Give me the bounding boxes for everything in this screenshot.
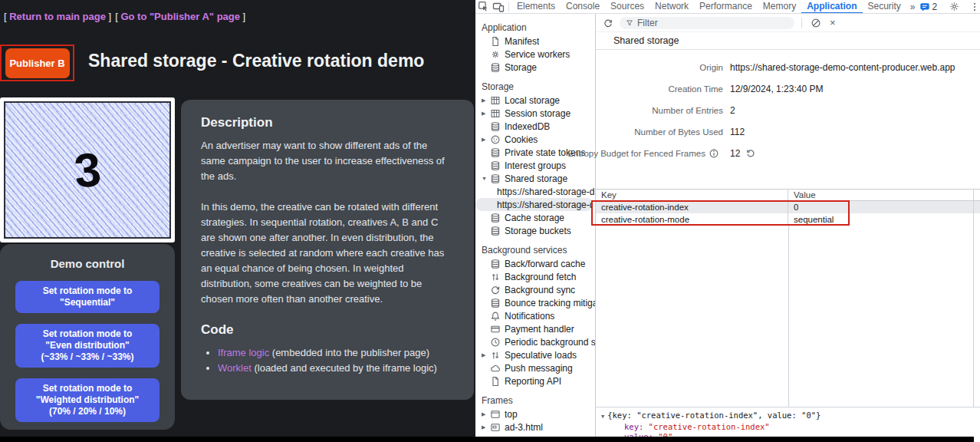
preview-property: key: "creative-rotation-index"	[601, 422, 980, 432]
metadata-value-text: 12	[730, 148, 740, 159]
expand-toggle-icon[interactable]: ▼	[601, 414, 604, 420]
sidebar-item-service-workers[interactable]: Service workers	[475, 48, 595, 61]
sidebar-item-top[interactable]: ▶top	[475, 407, 595, 421]
sidebar-item-speculative-loads[interactable]: ▶Speculative loads	[475, 348, 595, 361]
nav-item: [ Go to "Publisher A" page ]	[115, 11, 245, 22]
sidebar-item-label: Payment handler	[505, 324, 574, 335]
sidebar-item-periodic-background-s[interactable]: Periodic background s...	[475, 335, 595, 348]
sidebar-item-interest-groups[interactable]: Interest groups	[475, 159, 595, 172]
code-link-iframe-logic[interactable]: Iframe logic	[218, 347, 269, 358]
chevron-right-icon[interactable]: ▶	[482, 424, 490, 430]
sidebar-item-https-shared-storage-d[interactable]: https://shared-storage-d...	[475, 198, 593, 211]
sidebar-section-frames: Frames▶top▶ad-3.html	[475, 394, 595, 434]
sidebar-item-background-sync[interactable]: Background sync	[475, 283, 595, 296]
metadata-value: 112	[730, 127, 745, 137]
nav-link-go-to-publisher-a-page[interactable]: Go to "Publisher A" page	[120, 11, 240, 22]
cell-key: creative-rotation-index	[596, 201, 788, 213]
description-heading: Description	[201, 115, 454, 130]
publisher-b-button[interactable]: Publisher B	[5, 48, 70, 78]
table-row[interactable]: creative-rotation-index0	[596, 201, 980, 213]
bottom-black-bar	[0, 437, 974, 442]
sidebar-item-label: Back/forward cache	[505, 259, 585, 269]
screen: [ Return to main page ][ Go to "Publishe…	[0, 0, 980, 442]
table-icon	[490, 95, 501, 106]
demo-button-even-distribution[interactable]: Set rotation mode to"Even distribution"(…	[15, 324, 159, 368]
chevron-right-icon[interactable]: ▶	[482, 97, 490, 104]
sidebar-item-background-fetch[interactable]: Background fetch	[475, 270, 595, 283]
inspect-element-icon[interactable]	[475, 0, 491, 14]
sidebar-item-label: Interest groups	[505, 160, 566, 171]
bracket: ]	[240, 11, 245, 22]
info-icon	[709, 148, 719, 159]
funnel-icon	[626, 19, 633, 27]
tab-console[interactable]: Console	[561, 0, 605, 14]
kebab-menu-icon[interactable]	[967, 0, 980, 14]
sidebar-item-manifest[interactable]: Manifest	[475, 35, 595, 48]
reset-budget-icon[interactable]	[745, 148, 756, 159]
settings-gear-icon[interactable]	[946, 0, 962, 14]
sidebar-item-indexeddb[interactable]: IndexedDB	[475, 120, 595, 133]
description-paragraph: In this demo, the creative can be rotate…	[201, 200, 454, 307]
sidebar-item-ad-3-html[interactable]: ▶ad-3.html	[475, 421, 595, 434]
chevron-right-icon[interactable]: ▶	[482, 137, 490, 143]
sidebar-item-cache-storage[interactable]: Cache storage	[475, 211, 595, 224]
sidebar-section-application: ApplicationManifestService workersStorag…	[475, 21, 595, 74]
chevron-right-icon[interactable]: ▶	[482, 352, 490, 358]
sidebar-item-shared-storage[interactable]: ▼Shared storage	[475, 172, 595, 185]
panel-toolbar: Filter ×	[596, 14, 980, 32]
sidebar-item-https-shared-storage-d[interactable]: https://shared-storage-d...	[475, 185, 595, 198]
button-line: Set rotation mode to	[17, 383, 158, 394]
tab-network[interactable]: Network	[649, 0, 694, 14]
sidebar-item-payment-handler[interactable]: Payment handler	[475, 322, 595, 335]
tab-security[interactable]: Security	[863, 0, 906, 14]
more-tabs-button[interactable]: »	[906, 2, 919, 12]
devtools-main-panel: Filter × Shared storage Originhttps://sh…	[596, 14, 980, 442]
preview-summary-row: ▼{key: "creative-rotation-index", value:…	[601, 411, 980, 422]
sidebar-item-label: https://shared-storage-d...	[497, 200, 593, 210]
tab-sources[interactable]: Sources	[605, 0, 649, 14]
sidebar-item-local-storage[interactable]: ▶Local storage	[475, 94, 595, 107]
device-toolbar-icon[interactable]	[491, 0, 506, 14]
chevron-right-icon[interactable]: ▶	[482, 110, 490, 117]
sidebar-item-bounce-tracking-mitiga[interactable]: Bounce tracking mitiga...	[475, 296, 595, 309]
sidebar-item-label: Manifest	[505, 36, 539, 47]
button-line: "Weighted distribution"	[17, 394, 158, 406]
tab-memory[interactable]: Memory	[758, 0, 801, 14]
refresh-icon[interactable]	[601, 16, 615, 30]
clear-icon[interactable]: ×	[830, 17, 836, 28]
creative-ad-frame[interactable]: 3	[0, 97, 175, 242]
demo-control-panel: Demo control Set rotation mode to"Sequen…	[0, 244, 175, 430]
filter-input[interactable]: Filter	[620, 17, 794, 29]
sidebar-item-storage-buckets[interactable]: Storage buckets	[475, 224, 595, 237]
sidebar-item-storage[interactable]: Storage	[475, 61, 595, 74]
code-link-worklet[interactable]: Worklet	[218, 362, 252, 374]
sidebar-item-label: ad-3.html	[505, 422, 543, 433]
button-line: "Even distribution"	[17, 340, 158, 351]
database-icon	[490, 213, 501, 223]
toolbar-separator	[801, 18, 802, 28]
sidebar-item-session-storage[interactable]: ▶Session storage	[475, 107, 595, 120]
nav-link-return-to-main-page[interactable]: Return to main page	[9, 11, 106, 22]
property-name: key:	[624, 422, 649, 431]
sidebar-item-back-forward-cache[interactable]: Back/forward cache	[475, 257, 595, 270]
column-header-value: Value	[788, 190, 816, 200]
sidebar-item-cookies[interactable]: ▶Cookies	[475, 133, 595, 146]
demo-button-sequential[interactable]: Set rotation mode to"Sequential"	[15, 281, 159, 313]
tab-performance[interactable]: Performance	[694, 0, 758, 14]
block-icon[interactable]	[809, 16, 823, 30]
sidebar-item-push-messaging[interactable]: Push messaging	[475, 361, 595, 374]
tab-application[interactable]: Application	[801, 0, 862, 14]
sidebar-item-reporting-api[interactable]: Reporting API	[475, 374, 595, 388]
sidebar-item-notifications[interactable]: Notifications	[475, 309, 595, 322]
metadata-value: 2	[730, 105, 735, 116]
metadata-row-number-of-entries: Number of Entries2	[596, 100, 980, 121]
table-header-row: KeyValue	[596, 189, 980, 201]
demo-button-weighted-distribution[interactable]: Set rotation mode to"Weighted distributi…	[15, 378, 159, 422]
chevron-down-icon[interactable]: ▼	[482, 176, 490, 181]
metadata-label: Number of Bytes Used	[596, 127, 723, 137]
chevron-right-icon[interactable]: ▶	[482, 411, 490, 417]
console-messages-button[interactable]: 2	[919, 2, 938, 12]
table-row[interactable]: creative-rotation-modesequential	[596, 213, 980, 226]
tab-elements[interactable]: Elements	[511, 0, 561, 14]
demo-control-title: Demo control	[0, 244, 175, 270]
